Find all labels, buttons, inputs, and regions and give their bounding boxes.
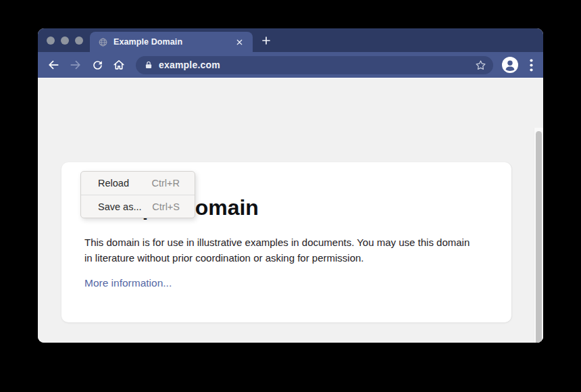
window-controls: [47, 28, 83, 52]
window-minimize-button[interactable]: [61, 36, 69, 45]
reload-icon[interactable]: [90, 57, 105, 72]
menu-item-shortcut: Ctrl+R: [152, 178, 180, 189]
bookmark-star-icon[interactable]: [474, 59, 487, 72]
tab-example-domain[interactable]: Example Domain: [90, 32, 253, 52]
menu-item-label: Save as...: [98, 201, 141, 212]
window-zoom-button[interactable]: [75, 36, 83, 45]
more-information-link[interactable]: More information...: [84, 277, 172, 289]
back-arrow-icon[interactable]: [46, 57, 61, 72]
kebab-menu-icon[interactable]: [525, 57, 537, 72]
menu-item-label: Reload: [98, 178, 129, 189]
new-tab-plus-icon[interactable]: [259, 34, 273, 47]
url-text[interactable]: example.com: [159, 59, 474, 70]
context-menu-item-save-as[interactable]: Save as... Ctrl+S: [81, 195, 195, 218]
scrollbar-thumb[interactable]: [536, 131, 542, 343]
profile-avatar-icon[interactable]: [502, 57, 518, 73]
tab-close-icon[interactable]: [234, 36, 245, 47]
forward-arrow-icon[interactable]: [68, 57, 83, 72]
lock-icon[interactable]: [144, 60, 153, 70]
page-paragraph: This domain is for use in illustrative e…: [84, 235, 480, 266]
favicon-globe-icon: [98, 37, 108, 47]
menu-item-shortcut: Ctrl+S: [152, 201, 180, 212]
scrollbar-track[interactable]: [534, 128, 543, 343]
home-icon[interactable]: [111, 57, 126, 72]
window-close-button[interactable]: [47, 36, 55, 45]
browser-toolbar: example.com: [38, 52, 543, 78]
tab-strip: Example Domain: [38, 28, 543, 52]
page-viewport: Example Domain This domain is for use in…: [38, 78, 543, 343]
tab-title: Example Domain: [113, 37, 228, 47]
browser-window: Example Domain: [38, 28, 543, 343]
address-bar[interactable]: example.com: [136, 56, 493, 74]
context-menu: Reload Ctrl+R Save as... Ctrl+S: [80, 171, 195, 218]
context-menu-item-reload[interactable]: Reload Ctrl+R: [81, 172, 195, 195]
